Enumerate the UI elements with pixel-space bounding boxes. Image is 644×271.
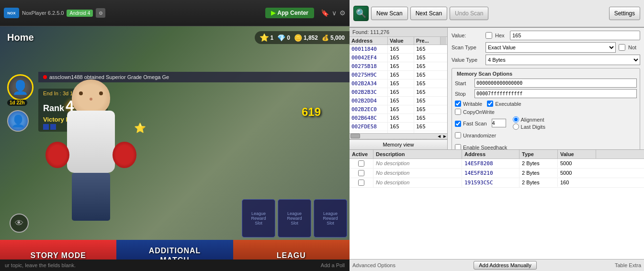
- reward-slots: League Reward Slot League Reward Slot Le…: [242, 199, 347, 237]
- advanced-options-label[interactable]: Advanced Options: [352, 262, 395, 268]
- result-value: 165: [388, 114, 414, 122]
- address-cell: 191593C5C: [462, 178, 520, 187]
- table-row[interactable]: 00011840 165 165: [350, 45, 447, 54]
- nox-android-badge: Android 4: [67, 10, 93, 17]
- status-text: ur topic, leave the fields blank.: [5, 262, 76, 268]
- table-extra-label[interactable]: Table Extra: [615, 262, 641, 268]
- value-type-label: Value Type: [452, 57, 483, 63]
- scan-type-select[interactable]: Exact Value Bigger than... Smaller than.…: [486, 42, 616, 53]
- last-digits-radio[interactable]: [513, 124, 519, 130]
- list-item[interactable]: No description 14E5F8208 2 Bytes 5000: [350, 159, 644, 169]
- result-previous: 165: [414, 88, 441, 96]
- type-cell: 2 Bytes: [520, 169, 558, 177]
- results-table-header: Address Value Pre...: [350, 37, 447, 45]
- last-digits-radio-item: Last Digits: [513, 124, 545, 130]
- result-value: 165: [388, 54, 414, 62]
- result-address: 002FDE58: [350, 123, 388, 131]
- add-poll-btn[interactable]: Add a Poll: [321, 262, 345, 268]
- nox-version-label: NoxPlayer 6.2.5.0: [22, 10, 64, 16]
- active-checkbox-cell[interactable]: [350, 159, 373, 168]
- value-label: Value:: [452, 33, 483, 38]
- row-active-checkbox[interactable]: [358, 160, 364, 167]
- nox-tools-icon[interactable]: ⚙: [96, 8, 105, 18]
- scan-type-label: Scan Type: [452, 45, 483, 50]
- table-row[interactable]: 002B2EC0 165 165: [350, 105, 447, 114]
- table-row[interactable]: 00042EF4 165 165: [350, 54, 447, 62]
- eye-icon[interactable]: 👁: [10, 214, 29, 233]
- reward-slot-1[interactable]: League Reward Slot: [242, 199, 275, 237]
- result-address: 00275B18: [350, 62, 388, 70]
- list-item[interactable]: No description 191593C5C 2 Bytes 160: [350, 178, 644, 188]
- add-address-button[interactable]: Add Address Manually: [474, 261, 536, 270]
- result-previous: 165: [414, 62, 441, 70]
- executable-row: Executable: [487, 101, 521, 107]
- type-cell: 2 Bytes: [520, 178, 558, 187]
- results-footer: Memory view: [350, 139, 447, 149]
- result-address: 002B648C: [350, 114, 388, 122]
- writable-label: Writable: [463, 101, 482, 107]
- table-row[interactable]: 002B2A34 165 165: [350, 79, 447, 88]
- start-label: Start: [455, 80, 472, 86]
- result-previous: 165: [414, 45, 441, 53]
- value-cell: 160: [558, 178, 596, 187]
- writable-checkbox[interactable]: [455, 101, 461, 107]
- start-input[interactable]: [475, 79, 637, 88]
- table-row[interactable]: 00275B18 165 165: [350, 62, 447, 71]
- home-label: Home: [7, 32, 34, 43]
- nox-logo: NOX: [4, 8, 19, 18]
- copyonwrite-label: CopyOnWrite: [463, 109, 495, 115]
- result-address: 00011840: [350, 45, 388, 53]
- app-center-button[interactable]: ▶ App Center: [265, 8, 314, 18]
- reward-slot-3[interactable]: League Reward Slot: [314, 199, 347, 237]
- alignment-radio[interactable]: [513, 116, 519, 123]
- executable-checkbox[interactable]: [487, 101, 493, 107]
- unrandomizer-row: Unrandomizer: [455, 132, 637, 138]
- not-checkbox[interactable]: [619, 44, 625, 51]
- table-row[interactable]: 002B2B3C 165 165: [350, 88, 447, 97]
- fast-scan-checkbox[interactable]: [455, 121, 461, 127]
- settings-button[interactable]: Settings: [609, 7, 640, 20]
- horizontal-scrollbar[interactable]: ◄ ►: [350, 133, 447, 139]
- scroll-thumb[interactable]: [350, 134, 360, 138]
- new-scan-button[interactable]: New Scan: [371, 7, 408, 20]
- speedhack-row: Enable Speedhack: [455, 144, 637, 149]
- list-item[interactable]: No description 14E5F8210 2 Bytes 5000: [350, 169, 644, 178]
- arrow-right[interactable]: ►: [442, 134, 447, 139]
- gear-icon[interactable]: ⚙: [339, 9, 346, 17]
- nox-logo-text: NOX: [7, 11, 15, 15]
- hex-checkbox[interactable]: [486, 32, 492, 39]
- table-row[interactable]: 002B2DD4 165 165: [350, 97, 447, 105]
- arrow-left[interactable]: ◄: [437, 134, 441, 139]
- table-row[interactable]: 00275H9C 165 165: [350, 71, 447, 79]
- table-row[interactable]: 002B648C 165 165: [350, 114, 447, 123]
- scroll-spacer: [441, 37, 446, 45]
- table-row[interactable]: 002FDE58 165 165: [350, 123, 447, 131]
- result-address: 002B2B3C: [350, 88, 388, 96]
- gold-stat: 💰 5,000: [322, 34, 345, 41]
- fast-scan-value-input[interactable]: [492, 119, 506, 127]
- value-type-select[interactable]: Byte 2 Bytes 4 Bytes 8 Bytes Float Doubl…: [486, 55, 640, 65]
- row-active-checkbox[interactable]: [358, 180, 364, 186]
- result-address: 00042EF4: [350, 54, 388, 62]
- memory-view-button[interactable]: Memory view: [350, 139, 447, 149]
- unrandomizer-checkbox[interactable]: [455, 132, 461, 138]
- bookmark-icon[interactable]: 🔖: [321, 9, 329, 17]
- results-scroll-area[interactable]: 00011840 165 165 00042EF4 165 165 00275B…: [350, 45, 447, 133]
- result-previous: 165: [414, 105, 441, 113]
- speedhack-checkbox[interactable]: [455, 144, 461, 149]
- coin-icon: 🪙: [294, 34, 302, 42]
- result-value: 165: [388, 123, 414, 131]
- value-input[interactable]: [510, 31, 640, 40]
- chevron-icon[interactable]: ∨: [332, 9, 337, 17]
- stop-input[interactable]: [475, 89, 637, 98]
- active-checkbox-cell[interactable]: [350, 169, 373, 178]
- writable-row: Writable: [455, 101, 482, 107]
- row-active-checkbox[interactable]: [358, 170, 364, 176]
- stats-bar: ⭐ 1 💎 0 🪙 1,852 💰 5,000: [255, 31, 350, 44]
- copyonwrite-checkbox[interactable]: [455, 109, 461, 115]
- not-label: Not: [628, 45, 640, 50]
- reward-slot-2[interactable]: League Reward Slot: [278, 199, 311, 237]
- active-checkbox-cell[interactable]: [350, 178, 373, 187]
- undo-scan-button[interactable]: Undo Scan: [450, 7, 488, 20]
- next-scan-button[interactable]: Next Scan: [410, 7, 447, 20]
